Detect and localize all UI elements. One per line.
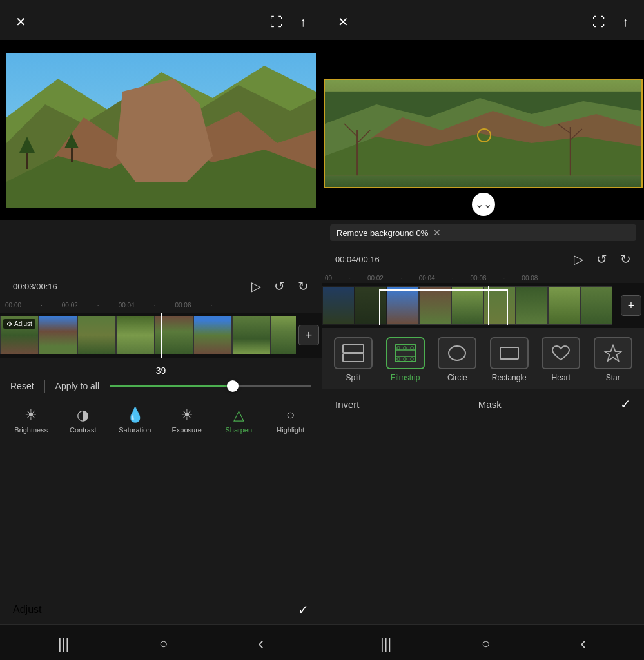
left-add-button[interactable]: + xyxy=(298,325,319,345)
right-add-button[interactable]: + xyxy=(621,295,641,316)
left-timeline-ruler: 00:00 · 00:02 · 00:04 · 00:06 · xyxy=(0,300,322,310)
circle-mask-marker xyxy=(477,128,491,142)
chevron-down-icon: ⌄⌄ xyxy=(475,199,492,209)
mask-filmstrip[interactable]: Filmstrip xyxy=(383,337,428,382)
slider-thumb[interactable] xyxy=(227,380,239,392)
left-value-display: 39 xyxy=(0,360,322,377)
left-bottom-bar: Adjust ✓ xyxy=(0,596,322,624)
right-panel: ✕ ⛶ ↑ xyxy=(322,0,644,660)
star-label: Star xyxy=(606,373,620,382)
apply-all-button[interactable]: Apply to all xyxy=(55,381,99,391)
tool-saturation[interactable]: 💧 Saturation xyxy=(115,407,154,434)
sharpen-label: Sharpen xyxy=(225,426,252,434)
svg-rect-27 xyxy=(397,358,400,360)
ruler-mark-6: 00:06 xyxy=(175,302,191,309)
sharpen-icon: △ xyxy=(233,407,244,423)
right-film-track xyxy=(322,286,618,325)
invert-mask-bar: Invert Mask ✓ xyxy=(322,389,644,420)
saturation-icon: 💧 xyxy=(126,407,144,423)
left-nav-back[interactable]: ‹ xyxy=(258,634,264,654)
collapse-button[interactable]: ⌄⌄ xyxy=(472,193,495,216)
right-undo-button[interactable]: ↺ xyxy=(596,251,607,267)
exposure-icon: ☀ xyxy=(181,407,193,423)
svg-marker-32 xyxy=(605,345,621,361)
left-share-button[interactable]: ↑ xyxy=(297,12,309,32)
ruler-mark-0: 00:00 xyxy=(5,302,21,309)
mask-split[interactable]: Split xyxy=(331,337,376,382)
left-filmstrip[interactable]: ⚙Adjust + xyxy=(0,313,322,358)
brightness-label: Brightness xyxy=(14,426,48,434)
svg-rect-26 xyxy=(411,347,413,349)
svg-rect-22 xyxy=(395,345,416,362)
reset-button[interactable]: Reset xyxy=(10,381,34,391)
tool-contrast[interactable]: ◑ Contrast xyxy=(64,407,102,434)
highlight-label: Highlight xyxy=(277,426,304,434)
remove-bg-close[interactable]: ✕ xyxy=(433,228,441,238)
ruler-mark-7: · xyxy=(210,302,212,309)
right-share-button[interactable]: ↑ xyxy=(620,12,631,32)
heart-icon-box xyxy=(542,337,580,369)
svg-rect-31 xyxy=(500,347,518,359)
film-cell-4 xyxy=(116,316,155,354)
remove-bg-label: Remove background 0% xyxy=(337,228,428,238)
svg-point-30 xyxy=(449,346,465,360)
svg-rect-8 xyxy=(71,146,73,162)
svg-rect-20 xyxy=(343,345,364,353)
right-timeline-ruler: 00 · 00:02 · 00:04 · 00:06 · 00:08 xyxy=(322,273,644,283)
slider-track[interactable] xyxy=(110,385,311,387)
rectangle-label: Rectangle xyxy=(492,373,527,382)
svg-rect-24 xyxy=(397,347,400,349)
left-nav-menu[interactable]: ||| xyxy=(58,636,69,652)
mask-star[interactable]: Star xyxy=(590,337,636,382)
right-checkmark[interactable]: ✓ xyxy=(620,396,631,412)
right-redo-button[interactable]: ↻ xyxy=(620,251,631,267)
filmstrip-label: Filmstrip xyxy=(391,373,420,382)
tool-brightness[interactable]: ☀ Brightness xyxy=(12,407,50,434)
right-film-cell-8 xyxy=(548,286,580,325)
right-top-bar: ✕ ⛶ ↑ xyxy=(322,0,644,40)
film-cell-7 xyxy=(232,316,271,354)
right-fullscreen-button[interactable]: ⛶ xyxy=(590,12,608,32)
exposure-label: Exposure xyxy=(172,426,202,434)
left-checkmark[interactable]: ✓ xyxy=(298,602,309,617)
right-time-display: 00:04/00:16 xyxy=(335,255,380,264)
right-play-button[interactable]: ▷ xyxy=(574,251,583,267)
tool-exposure[interactable]: ☀ Exposure xyxy=(168,407,206,434)
circle-label: Circle xyxy=(447,373,467,382)
right-film-cell-7 xyxy=(516,286,548,325)
left-top-icons: ⛶ ↑ xyxy=(268,12,309,32)
left-undo-button[interactable]: ↺ xyxy=(274,278,285,294)
tool-sharpen[interactable]: △ Sharpen xyxy=(219,407,258,434)
left-nav-bar: ||| ○ ‹ xyxy=(0,624,322,660)
left-fullscreen-button[interactable]: ⛶ xyxy=(268,12,286,32)
left-time-display: 00:03/00:16 xyxy=(13,282,57,291)
left-nav-home[interactable]: ○ xyxy=(159,636,168,652)
film-cell-1: ⚙Adjust xyxy=(0,316,39,354)
mask-rectangle[interactable]: Rectangle xyxy=(487,337,532,382)
left-redo-button[interactable]: ↻ xyxy=(298,278,309,294)
left-bottom-label: Adjust xyxy=(13,604,41,616)
right-video-image xyxy=(325,80,641,187)
right-video-frame xyxy=(324,79,643,188)
right-video-preview: ⌄⌄ xyxy=(322,40,644,220)
ruler-mark-5: · xyxy=(154,302,156,309)
right-nav-home[interactable]: ○ xyxy=(482,636,490,652)
left-tools-row: ☀ Brightness ◑ Contrast 💧 Saturation ☀ E… xyxy=(0,400,322,436)
svg-rect-23 xyxy=(395,350,416,356)
highlight-icon: ○ xyxy=(286,407,295,423)
left-playhead xyxy=(161,313,162,358)
left-top-bar: ✕ ⛶ ↑ xyxy=(0,0,322,40)
left-transport-bar: 00:03/00:16 ▷ ↺ ↻ xyxy=(0,272,322,300)
tool-highlight[interactable]: ○ Highlight xyxy=(271,407,310,434)
right-close-button[interactable]: ✕ xyxy=(335,12,351,32)
right-nav-back[interactable]: ‹ xyxy=(580,634,586,654)
left-play-button[interactable]: ▷ xyxy=(251,278,261,294)
mask-circle[interactable]: Circle xyxy=(434,337,480,382)
invert-label[interactable]: Invert xyxy=(335,399,360,410)
mask-heart[interactable]: Heart xyxy=(538,337,583,382)
right-nav-menu[interactable]: ||| xyxy=(380,636,391,652)
left-slider-row: Reset Apply to all xyxy=(0,377,322,400)
right-film-cell-1 xyxy=(322,286,355,325)
left-close-button[interactable]: ✕ xyxy=(13,12,29,32)
right-filmstrip[interactable]: + xyxy=(322,283,644,328)
